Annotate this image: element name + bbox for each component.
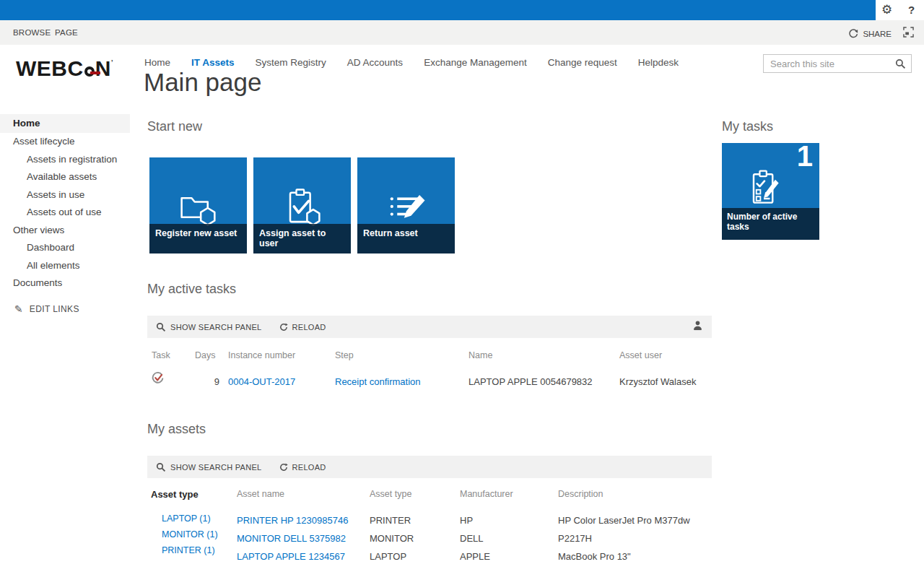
tile-return-asset[interactable]: Return asset [357,157,455,254]
ribbon-tab-browse[interactable]: BROWSE [13,28,51,37]
share-button[interactable]: SHARE [848,28,892,40]
my-assets-table: Asset name Asset type Manufacturer Descr… [237,483,712,562]
column-header-days: Days [191,344,224,360]
reload-button[interactable]: RELOAD [279,323,326,332]
ribbon-tab-page[interactable]: PAGE [55,28,78,37]
asset-type-facet-header: Asset type [151,489,199,500]
nav-item-helpdesk[interactable]: Helpdesk [638,57,679,68]
start-new-title: Start new [147,119,202,134]
nav-item-exchange-management[interactable]: Exchange Management [424,57,527,68]
ribbon-bar: BROWSE PAGE SHARE [0,20,924,45]
asset-name-cell: LAPTOP APPLE 1234567 [237,544,370,562]
asset-name-link[interactable]: LAPTOP APPLE 1234567 [237,551,345,562]
tile-label: Assign asset to user [253,224,351,254]
focus-mode-icon[interactable] [903,27,914,40]
tile-label: Return asset [357,224,455,254]
facet-item-printer[interactable]: PRINTER (1) [162,545,218,556]
help-icon[interactable]: ? [908,4,915,16]
show-search-panel-button[interactable]: SHOW SEARCH PANEL [156,322,262,332]
column-header-asset-name: Asset name [237,483,370,499]
asset-type-cell: PRINTER [370,499,460,526]
edit-links-label: EDIT LINKS [30,304,79,314]
suite-bar-blue-strip [0,0,876,20]
sidebar-item-all-elements[interactable]: All elements [0,257,130,275]
nav-item-home[interactable]: Home [144,57,170,68]
start-new-tiles: Register new asset Assign asset to user … [149,157,455,254]
sidebar-item-documents[interactable]: Documents [0,274,130,292]
active-tasks-title: My active tasks [147,282,236,297]
search-icon [156,322,166,332]
edit-links-button[interactable]: ✎ EDIT LINKS [14,303,79,315]
tile-assign-asset-to-user[interactable]: Assign asset to user [253,157,351,254]
ribbon-right-group: SHARE [848,27,914,40]
task-name-cell: LAPTOP APPLE 0054679832 [464,360,615,387]
reload-icon [279,463,288,472]
nav-item-system-registry[interactable]: System Registry [256,57,326,68]
description-cell: P2217H [558,526,712,544]
tile-label: Register new asset [149,224,247,254]
asset-name-cell: PRINTER HP 1230985746 [237,499,370,526]
nav-item-it-assets[interactable]: IT Assets [191,57,235,68]
tile-register-new-asset[interactable]: Register new asset [149,157,247,254]
reload-button[interactable]: RELOAD [279,463,326,472]
asset-name-link[interactable]: PRINTER HP 1230985746 [237,515,348,526]
task-asset-user-cell: Krzysztof Walasek [615,360,712,387]
sidebar-item-asset-lifecycle[interactable]: Asset lifecycle [0,133,130,151]
sidebar-item-assets-in-registration[interactable]: Assets in registration [0,151,130,169]
logo-text-right: N [95,56,111,80]
search-input[interactable] [764,55,911,72]
reload-label: RELOAD [292,323,326,332]
webcon-logo[interactable]: WEBCN’ [16,56,113,81]
instance-number-link[interactable]: 0004-OUT-2017 [228,376,295,387]
active-tasks-table: Task Days Instance number Step Name Asse… [147,344,712,387]
sidebar-item-other-views[interactable]: Other views [0,222,130,240]
facet-item-laptop[interactable]: LAPTOP (1) [162,514,218,524]
nav-item-change-request[interactable]: Change request [548,57,617,68]
active-tasks-toolbar: SHOW SEARCH PANEL RELOAD [147,316,712,338]
show-search-panel-label: SHOW SEARCH PANEL [170,323,262,332]
task-status-cell [147,360,191,387]
nav-item-ad-accounts[interactable]: AD Accounts [347,57,403,68]
sidebar-item-assets-in-use[interactable]: Assets in use [0,186,130,204]
search-icon[interactable] [895,58,906,72]
settings-gear-icon[interactable]: ⚙ [881,2,892,18]
logo-text-left: WEBC [16,56,84,80]
show-search-panel-button[interactable]: SHOW SEARCH PANEL [156,462,262,472]
step-link[interactable]: Receipt confirmation [335,376,421,387]
column-header-asset-type: Asset type [370,483,460,499]
sidebar-item-available-assets[interactable]: Available assets [0,168,130,186]
page-title: Main page [144,68,261,97]
my-tasks-title: My tasks [722,119,773,134]
share-icon [848,28,858,40]
search-icon [156,462,166,472]
description-cell: MacBook Pro 13" [558,544,712,562]
share-label: SHARE [863,30,892,38]
my-tasks-tile-label: Number of active tasks [722,208,819,240]
my-assets-title: My assets [147,422,206,437]
asset-name-cell: MONITOR DELL 5375982 [237,526,370,544]
facet-item-monitor[interactable]: MONITOR (1) [162,529,218,540]
manufacturer-cell: DELL [460,526,558,544]
column-header-step: Step [331,344,464,360]
reload-label: RELOAD [292,463,326,472]
top-navigation: Home IT Assets System Registry AD Accoun… [144,57,679,68]
logo-o-glyph [84,66,95,77]
task-step-cell: Receipt confirmation [331,360,464,387]
sidebar-item-dashboard[interactable]: Dashboard [0,239,130,257]
task-check-icon [152,372,164,384]
asset-type-cell: LAPTOP [370,544,460,562]
manufacturer-cell: APPLE [460,544,558,562]
sidebar-item-home[interactable]: Home [0,114,130,133]
edit-pencil-icon: ✎ [14,303,23,315]
my-tasks-tile[interactable]: 1 Number of active tasks [722,143,819,240]
sidebar-item-assets-out-of-use[interactable]: Assets out of use [0,204,130,222]
column-header-instance-number: Instance number [224,344,331,360]
sidebar-navigation: Home Asset lifecycle Assets in registrat… [0,114,130,292]
person-filter-icon[interactable] [692,320,703,334]
app-root: ⚙ ? BROWSE PAGE SHARE WEBCN’ Home IT Ass… [0,0,924,572]
logo-trademark: ’ [111,58,113,69]
show-search-panel-label: SHOW SEARCH PANEL [170,463,262,472]
column-header-description: Description [558,483,712,499]
asset-name-link[interactable]: MONITOR DELL 5375982 [237,533,346,544]
active-tasks-count: 1 [797,140,813,173]
